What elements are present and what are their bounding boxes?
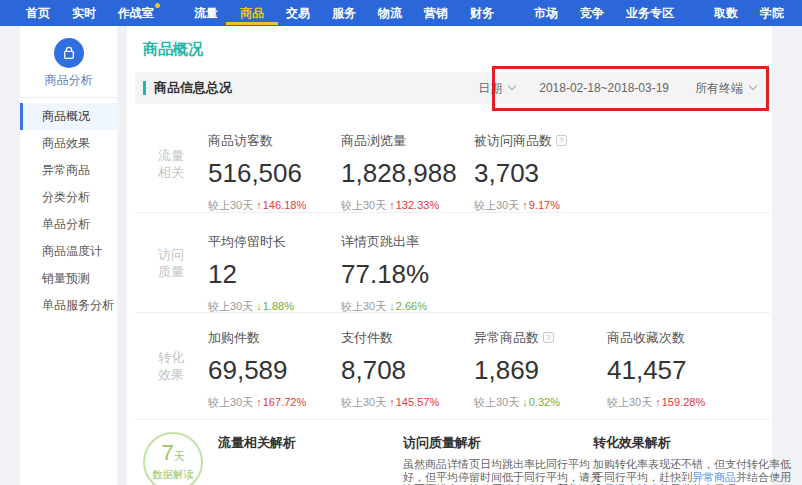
metric-label: 商品访客数 bbox=[208, 132, 341, 150]
metric-card-pageviews: 商品浏览量 1,828,988 较上30天132.33% bbox=[341, 116, 474, 212]
metric-label: 平均停留时长 bbox=[208, 233, 341, 251]
nav-item-academy[interactable]: 学院 bbox=[758, 0, 786, 26]
main-panel: 商品概况 商品信息总况 日期 2018-02-18~2018-03-19 所有终… bbox=[127, 26, 772, 485]
filter-bar: 日期 2018-02-18~2018-03-19 所有终端 bbox=[478, 80, 770, 97]
delta-value: 132.33% bbox=[389, 199, 439, 211]
metric-value: 516,506 bbox=[208, 158, 341, 189]
nav-item-trade[interactable]: 交易 bbox=[284, 0, 312, 26]
metric-row-traffic: 流量相关 商品访客数 516,506 较上30天146.18% 商品浏览量 1,… bbox=[127, 116, 772, 212]
sidebar-item-single-product-analysis[interactable]: 单品分析 bbox=[20, 211, 117, 238]
metric-value: 1,828,988 bbox=[341, 158, 474, 189]
insight-title: 访问质量解析 bbox=[403, 434, 601, 452]
section-title: 商品信息总况 bbox=[154, 79, 232, 97]
metric-card-favorites: 商品收藏次数 41,457 较上30天159.28% bbox=[607, 313, 740, 419]
metric-label: 异常商品数 bbox=[474, 329, 607, 347]
help-icon[interactable] bbox=[556, 135, 567, 146]
metric-card-bounce-rate: 详情页跳出率 77.18% 较上30天2.66% bbox=[341, 213, 474, 312]
sidebar-menu: 商品概况 商品效果 异常商品 分类分析 单品分析 商品温度计 销量预测 单品服务… bbox=[20, 103, 117, 319]
shopping-bag-icon bbox=[54, 38, 84, 68]
metric-card-visitors: 商品访客数 516,506 较上30天146.18% bbox=[208, 116, 341, 212]
compare-label: 较上30天 bbox=[474, 396, 519, 408]
help-icon[interactable] bbox=[543, 332, 554, 343]
sidebar-item-product-effect[interactable]: 商品效果 bbox=[20, 130, 117, 157]
metric-card-visited-products: 被访问商品数 3,703 较上30天9.17% bbox=[474, 116, 607, 212]
date-type-dropdown[interactable]: 日期 bbox=[478, 80, 515, 97]
metric-card-paid-items: 支付件数 8,708 较上30天145.57% bbox=[341, 313, 474, 419]
compare-label: 较上30天 bbox=[208, 396, 253, 408]
sidebar-section-title: 商品分析 bbox=[20, 72, 117, 89]
sidebar: 商品分析 商品概况 商品效果 异常商品 分类分析 单品分析 商品温度计 销量预测… bbox=[20, 26, 117, 485]
compare-label: 较上30天 bbox=[208, 199, 253, 211]
nav-item-finance[interactable]: 财务 bbox=[468, 0, 496, 26]
delta-value: 0.32% bbox=[522, 396, 560, 408]
nav-item-marketing[interactable]: 营销 bbox=[422, 0, 450, 26]
insight-title: 流量相关解析 bbox=[218, 434, 296, 452]
metric-group-label: 访问质量 bbox=[158, 246, 188, 280]
metric-label: 详情页跳出率 bbox=[341, 233, 474, 251]
terminal-dropdown[interactable]: 所有终端 bbox=[695, 80, 756, 97]
sidebar-item-abnormal-products[interactable]: 异常商品 bbox=[20, 157, 117, 184]
sidebar-item-product-overview[interactable]: 商品概况 bbox=[20, 103, 117, 130]
metric-value: 77.18% bbox=[341, 259, 474, 290]
sidebar-item-sales-forecast[interactable]: 销量预测 bbox=[20, 265, 117, 292]
metric-value: 1,869 bbox=[474, 355, 607, 386]
nav-item-logistics[interactable]: 物流 bbox=[376, 0, 404, 26]
nav-item-data-fetch[interactable]: 取数 bbox=[712, 0, 740, 26]
metric-row-quality: 访问质量 平均停留时长 12 较上30天1.88% 详情页跳出率 77.18% … bbox=[127, 213, 772, 312]
conversion-insight: 转化效果解析 加购转化率表现还不错，但支付转化率低 于同行平均，赶快到异常商品并… bbox=[593, 434, 791, 485]
delta-value: 1.88% bbox=[256, 300, 294, 312]
metric-value: 8,708 bbox=[341, 355, 474, 386]
nav-item-traffic[interactable]: 流量 bbox=[192, 0, 220, 26]
compare-label: 较上30天 bbox=[607, 396, 652, 408]
sidebar-item-product-thermometer[interactable]: 商品温度计 bbox=[20, 238, 117, 265]
metrics-area: 流量相关 商品访客数 516,506 较上30天146.18% 商品浏览量 1,… bbox=[127, 116, 772, 485]
compare-label: 较上30天 bbox=[341, 199, 386, 211]
metric-value: 12 bbox=[208, 259, 341, 290]
compare-label: 较上30天 bbox=[341, 300, 386, 312]
nav-item-warroom[interactable]: 作战室 bbox=[116, 0, 156, 26]
metric-label: 商品浏览量 bbox=[341, 132, 474, 150]
delta-value: 159.28% bbox=[655, 396, 705, 408]
nav-item-market[interactable]: 市场 bbox=[532, 0, 560, 26]
nav-item-home[interactable]: 首页 bbox=[24, 0, 52, 26]
seven-day-badge: 7天 数据解读 bbox=[143, 432, 203, 485]
nav-item-business-zone[interactable]: 业务专区 bbox=[624, 0, 676, 26]
nav-item-competition[interactable]: 竞争 bbox=[578, 0, 606, 26]
notification-dot-icon bbox=[155, 3, 160, 8]
nav-item-service[interactable]: 服务 bbox=[330, 0, 358, 26]
metric-value: 41,457 bbox=[607, 355, 740, 386]
metric-row-conversion: 转化效果 加购件数 69,589 较上30天167.72% 支付件数 8,708… bbox=[127, 313, 772, 419]
compare-label: 较上30天 bbox=[474, 199, 519, 211]
top-nav: 首页 实时 作战室 流量 商品 交易 服务 物流 营销 财务 市场 竞争 业务专… bbox=[0, 0, 802, 26]
sidebar-header: 商品分析 bbox=[20, 26, 117, 89]
date-range-picker[interactable]: 2018-02-18~2018-03-19 bbox=[539, 81, 669, 95]
delta-value: 2.66% bbox=[389, 300, 427, 312]
metric-card-avg-stay: 平均停留时长 12 较上30天1.88% bbox=[208, 213, 341, 312]
metric-group-label: 转化效果 bbox=[158, 349, 188, 383]
chevron-down-icon bbox=[508, 81, 516, 89]
delta-value: 145.57% bbox=[389, 396, 439, 408]
metric-card-add-to-cart: 加购件数 69,589 较上30天167.72% bbox=[208, 313, 341, 419]
metric-card-abnormal-products: 异常商品数 1,869 较上30天0.32% bbox=[474, 313, 607, 419]
delta-value: 167.72% bbox=[256, 396, 306, 408]
page-title: 商品概况 bbox=[143, 40, 203, 59]
sidebar-item-category-analysis[interactable]: 分类分析 bbox=[20, 184, 117, 211]
insights-section: 7天 数据解读 流量相关解析 访问质量解析 虽然商品详情页日均跳出率比同行平均 … bbox=[127, 420, 772, 485]
chevron-down-icon bbox=[749, 81, 757, 89]
metric-value: 3,703 bbox=[474, 158, 607, 189]
metric-group-label: 流量相关 bbox=[158, 147, 188, 181]
delta-value: 9.17% bbox=[522, 199, 560, 211]
quality-insight: 访问质量解析 虽然商品详情页日均跳出率比同行平均 好，但平均停留时间低于同行平均… bbox=[403, 434, 601, 485]
metric-label: 加购件数 bbox=[208, 329, 341, 347]
section-accent-bar bbox=[143, 81, 146, 95]
compare-label: 较上30天 bbox=[341, 396, 386, 408]
compare-label: 较上30天 bbox=[208, 300, 253, 312]
sidebar-divider bbox=[20, 97, 117, 98]
traffic-insight: 流量相关解析 bbox=[218, 434, 296, 452]
metric-label: 商品收藏次数 bbox=[607, 329, 740, 347]
sidebar-item-single-product-service[interactable]: 单品服务分析 bbox=[20, 292, 117, 319]
delta-value: 146.18% bbox=[256, 199, 306, 211]
nav-item-realtime[interactable]: 实时 bbox=[70, 0, 98, 26]
nav-item-product[interactable]: 商品 bbox=[238, 0, 266, 26]
abnormal-products-link[interactable]: 异常商品 bbox=[692, 471, 736, 483]
